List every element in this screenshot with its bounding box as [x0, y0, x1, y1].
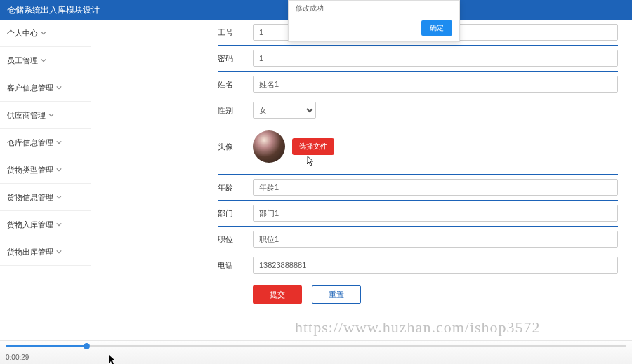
label-bumen: 部门	[218, 208, 253, 219]
chevron-down-icon	[56, 167, 62, 173]
avatar	[253, 130, 285, 163]
sidebar-item-label: 个人中心	[7, 28, 38, 39]
row-zhiwei: 职位	[218, 227, 618, 252]
sidebar-item-inbound[interactable]: 货物入库管理	[0, 211, 91, 238]
row-mima: 密码	[218, 46, 618, 72]
row-nianling: 年龄	[218, 175, 618, 201]
modal-message: 修改成功	[296, 4, 452, 13]
success-modal: 修改成功 确定	[288, 0, 460, 42]
sidebar-item-label: 客户信息管理	[7, 83, 53, 93]
video-player-bar: 0:00:29	[0, 340, 632, 364]
time-display: 0:00:29	[6, 353, 29, 361]
sidebar-item-label: 供应商管理	[7, 110, 46, 121]
sidebar-item-label: 货物类型管理	[7, 165, 53, 175]
label-mima: 密码	[218, 53, 253, 64]
modal-ok-button[interactable]: 确定	[421, 20, 452, 36]
row-bumen: 部门	[218, 201, 618, 227]
label-gonghao: 工号	[218, 27, 253, 38]
sidebar-item-outbound[interactable]: 货物出库管理	[0, 238, 91, 266]
label-xingming: 姓名	[218, 79, 253, 90]
sidebar: 个人中心 员工管理 客户信息管理 供应商管理 仓库信息管理 货物类型管理 货物信…	[0, 20, 91, 266]
sidebar-item-employee[interactable]: 员工管理	[0, 47, 91, 74]
sidebar-item-profile[interactable]: 个人中心	[0, 20, 91, 47]
label-dianhua: 电话	[218, 260, 253, 271]
progress-fill	[6, 345, 86, 347]
label-nianling: 年龄	[218, 182, 253, 193]
label-touxiang: 头像	[218, 142, 253, 152]
sidebar-item-goodstype[interactable]: 货物类型管理	[0, 156, 91, 184]
submit-button[interactable]: 提交	[253, 285, 302, 304]
input-nianling[interactable]	[253, 179, 618, 196]
reset-button[interactable]: 重置	[312, 285, 361, 304]
app-title: 仓储系统出入库模块设计	[7, 4, 100, 16]
progress-thumb[interactable]	[84, 343, 90, 349]
sidebar-item-supplier[interactable]: 供应商管理	[0, 102, 91, 129]
input-bumen[interactable]	[253, 205, 618, 222]
sidebar-item-label: 货物出库管理	[7, 247, 53, 257]
label-zhiwei: 职位	[218, 234, 253, 245]
input-mima[interactable]	[253, 50, 618, 67]
chevron-down-icon	[41, 30, 46, 36]
progress-track[interactable]	[6, 345, 626, 347]
label-xingbie: 性别	[218, 105, 253, 116]
chevron-down-icon	[56, 194, 62, 200]
input-zhiwei[interactable]	[253, 231, 618, 248]
choose-file-button[interactable]: 选择文件	[292, 138, 334, 155]
input-dianhua[interactable]	[253, 257, 618, 274]
sidebar-item-label: 货物信息管理	[7, 192, 53, 203]
sidebar-item-label: 货物入库管理	[7, 220, 53, 230]
chevron-down-icon	[56, 85, 62, 90]
chevron-down-icon	[41, 58, 46, 63]
sidebar-item-label: 员工管理	[7, 55, 38, 66]
chevron-down-icon	[56, 249, 62, 255]
input-xingming[interactable]	[253, 76, 618, 93]
main-form: 工号 密码 姓名 性别 女 头像 选择文件 年龄	[218, 20, 618, 336]
select-xingbie[interactable]: 女	[253, 102, 316, 119]
sidebar-item-warehouse[interactable]: 仓库信息管理	[0, 129, 91, 156]
button-row: 提交 重置	[218, 278, 618, 304]
row-touxiang: 头像 选择文件	[218, 123, 618, 175]
sidebar-item-goodsinfo[interactable]: 货物信息管理	[0, 184, 91, 211]
chevron-down-icon	[56, 222, 62, 227]
row-xingbie: 性别 女	[218, 97, 618, 123]
sidebar-item-label: 仓库信息管理	[7, 137, 53, 148]
chevron-down-icon	[56, 140, 62, 145]
sidebar-item-customer[interactable]: 客户信息管理	[0, 74, 91, 102]
row-dianhua: 电话	[218, 252, 618, 278]
chevron-down-icon	[48, 112, 54, 118]
row-xingming: 姓名	[218, 72, 618, 97]
